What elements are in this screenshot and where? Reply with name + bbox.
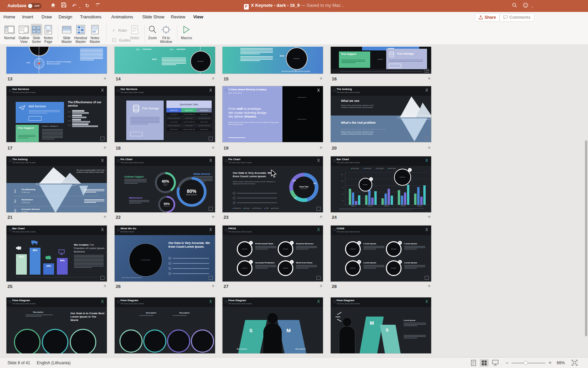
slide-thumbnail-27[interactable]: PROS The lorem ipsum dolor sit amet X ✓ … (222, 225, 323, 282)
star-icon[interactable]: ★ (211, 76, 215, 81)
star-icon[interactable]: ★ (211, 214, 215, 219)
fit-slide-icon[interactable] (572, 360, 577, 367)
slide-caption[interactable]: 15 (224, 76, 228, 81)
slide-thumbnail-19[interactable]: X 3 Times Award Winning Company 2012, 20… (222, 86, 323, 142)
handout-master-button[interactable]: HandoutMaster (73, 24, 88, 44)
slide-thumbnail-14[interactable]: 2013 2011 2012 (114, 47, 215, 74)
comments-button[interactable]: Comments (500, 13, 534, 21)
outline-view-button[interactable]: OutlineView (17, 24, 31, 44)
tab-review[interactable]: Review (171, 14, 185, 19)
tab-animations[interactable]: Animations (111, 14, 133, 19)
slide-thumbnail-15[interactable]: 2012 John Doe and Nick Doe start the com… (222, 47, 323, 74)
zoom-in-button[interactable]: + (549, 359, 552, 365)
heading: Our Data is Very Accurate. We Even Count… (168, 241, 211, 249)
zoom-level[interactable]: 66% (557, 361, 565, 365)
tab-design[interactable]: Design (59, 14, 72, 19)
slide-thumbnail-30[interactable]: Flow Diagram The lorem ipsum dolor sit a… (114, 297, 215, 354)
account-icon[interactable] (523, 2, 528, 10)
slide-thumbnail-32[interactable]: Flow Diagram The lorem ipsum dolor sit a… (330, 297, 431, 354)
table-row: consectura dlar alorlorem ipsumconsectur… (166, 116, 212, 120)
slide-thumbnail-29[interactable]: Flow Diagram The lorem ipsum dolor sit a… (6, 297, 107, 354)
star-icon[interactable]: ★ (103, 283, 107, 288)
slide-caption[interactable]: 18 (116, 145, 120, 151)
star-icon[interactable]: ★ (427, 283, 431, 288)
tab-view[interactable]: View (193, 14, 203, 19)
slide-sorter-button[interactable]: SlideSorter (31, 24, 42, 44)
share-button[interactable]: Share (475, 13, 500, 21)
star-icon[interactable]: ★ (427, 214, 431, 219)
table-cell: lorem ipsum (197, 121, 212, 123)
notes-page-button[interactable]: NotesPage (42, 24, 54, 44)
zoom-out-button[interactable]: − (506, 360, 509, 366)
slide-thumbnail-16[interactable]: Free Support Free Storage 14 (330, 47, 431, 74)
fit-to-window-button[interactable]: Fit toWindow (159, 24, 174, 44)
star-icon[interactable]: ★ (319, 283, 323, 288)
macros-button[interactable]: Macros (180, 24, 193, 40)
slide-master-button[interactable]: SlideMaster (60, 24, 74, 44)
slide-caption[interactable]: 28 (332, 284, 337, 289)
star-icon[interactable]: ★ (319, 76, 323, 81)
tab-home[interactable]: Home (3, 14, 15, 19)
hbar-chart: 2007 2008 2009 2010 (68, 110, 104, 127)
save-status[interactable]: Saved to my Mac (307, 3, 341, 8)
slide-thumbnail-31[interactable]: Flow Diagram The lorem ipsum dolor sit a… (222, 297, 323, 354)
star-icon[interactable]: ★ (103, 145, 107, 150)
slide-thumbnail-24[interactable]: Bar Chart The lorem ipsum dolor sit amet… (330, 156, 431, 213)
slide-thumbnail-25[interactable]: Bar Chart The lorem ipsum dolor sit amet… (6, 225, 107, 282)
slide-caption[interactable]: 13 (7, 76, 12, 81)
slide-caption[interactable]: 26 (116, 284, 120, 289)
slide-thumbnail-22[interactable]: Pie Chart The lorem ipsum dolor sit amet… (114, 156, 215, 213)
tab-slide-show[interactable]: Slide Show (142, 14, 164, 19)
slide-thumbnail-23[interactable]: Pie Chart The lorem ipsum dolor sit amet… (222, 156, 323, 213)
zoom-slider-thumb[interactable] (524, 361, 528, 365)
table-cell: lorem ipsum (197, 128, 212, 130)
slide-thumbnail-18[interactable]: Our Services The lorem ipsum dolor sit a… (114, 86, 215, 142)
slide-thumbnail-20[interactable]: The Iceberg The lorem ipsum dolor sit am… (330, 86, 431, 142)
notes-button[interactable]: Notes (129, 24, 141, 40)
language-indicator[interactable]: English (Lithuania) (37, 361, 70, 365)
slide-caption[interactable]: 24 (332, 215, 337, 220)
normal-view-button[interactable]: Normal (2, 24, 17, 40)
star-icon[interactable]: ★ (211, 283, 215, 288)
search-icon[interactable] (512, 2, 517, 10)
star-icon[interactable]: ★ (319, 214, 323, 219)
vertical-scrollbar[interactable] (585, 140, 587, 336)
slide-caption[interactable]: 16 (332, 76, 337, 81)
slide-caption[interactable]: 25 (7, 284, 12, 289)
notes-master-button[interactable]: NotesMaster (88, 24, 101, 44)
tab-transitions[interactable]: Transitions (80, 14, 101, 19)
star-icon[interactable]: ★ (427, 145, 431, 150)
zoom-button[interactable]: Zoom (146, 24, 159, 40)
star-icon[interactable]: ★ (103, 214, 107, 219)
slide-thumbnail-17[interactable]: Our Services The lorem ipsum dolor sit a… (6, 86, 107, 142)
slide-caption[interactable]: 20 (332, 145, 337, 151)
star-icon[interactable]: ★ (103, 76, 107, 81)
slide-caption[interactable]: 27 (224, 284, 228, 289)
slide-thumbnail-26[interactable]: What We Do We Deliver Dream X Our Data i… (114, 225, 215, 282)
slide-thumbnail-13[interactable]: 📣 1999 We start our company in the garag… (6, 47, 107, 74)
document-title: PX Keynote - dark - 16_9 — Saved to my M… (0, 3, 588, 10)
guides-checkbox[interactable]: Guides (112, 37, 131, 43)
tab-insert[interactable]: Insert (22, 14, 33, 19)
callout-circle: ✓ (359, 178, 372, 191)
slide-caption[interactable]: 14 (116, 76, 120, 81)
account-chevron-icon[interactable]: ⌄ (531, 3, 534, 10)
ruler-checkbox[interactable]: ✓ Ruler (112, 28, 127, 33)
slide-show-view-icon[interactable] (492, 360, 499, 367)
star-icon[interactable]: ★ (427, 76, 431, 81)
slide-thumbnail-28[interactable]: CONS The lorem ipsum dolor sit amet X ✕ … (330, 225, 431, 282)
slide-sorter-view-button[interactable] (480, 359, 489, 367)
zoom-slider[interactable] (511, 363, 545, 364)
star-icon[interactable]: ★ (319, 145, 323, 150)
star-icon[interactable]: ★ (211, 145, 215, 150)
flow-circle (42, 329, 68, 354)
slide-caption[interactable]: 21 (7, 215, 12, 220)
slide-thumbnail-21[interactable]: The Iceberg The lorem ipsum dolor sit am… (6, 156, 107, 213)
normal-view-icon[interactable] (471, 360, 476, 367)
tab-draw[interactable]: Draw (42, 14, 52, 19)
slide-caption[interactable]: 19 (224, 145, 228, 151)
slide-caption[interactable]: 17 (7, 145, 12, 151)
slide-caption[interactable]: 23 (224, 215, 228, 220)
ribbon-shape: S (380, 325, 401, 354)
slide-caption[interactable]: 22 (116, 215, 120, 220)
